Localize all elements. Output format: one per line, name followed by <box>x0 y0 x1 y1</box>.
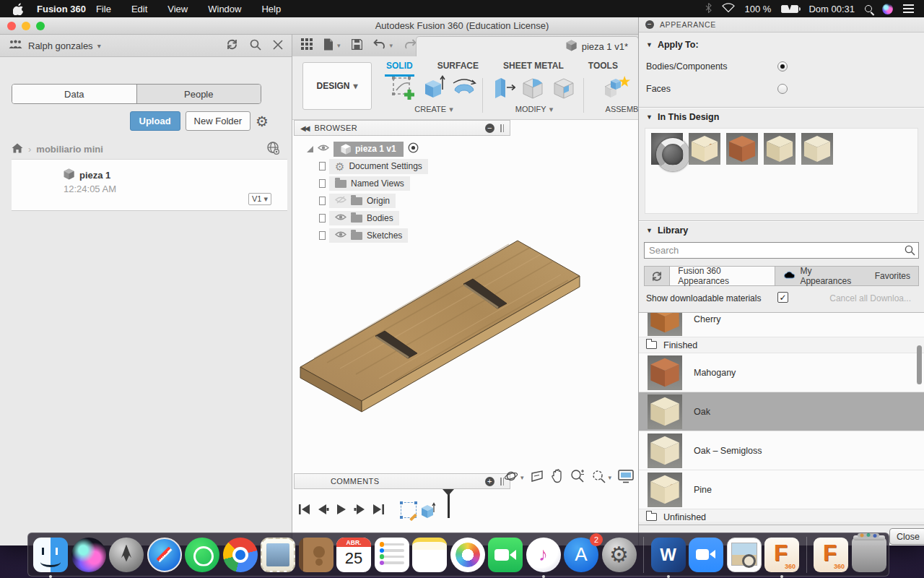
tree-row-named-views[interactable]: Named Views <box>294 175 510 192</box>
section-triangle-icon[interactable]: ▼ <box>646 41 653 48</box>
material-row-cherry[interactable]: Cherry <box>639 313 924 337</box>
assemble-new-component-button[interactable] <box>602 74 631 104</box>
swatch-oak[interactable] <box>764 133 796 165</box>
material-folder-unfinished[interactable]: Unfinished <box>639 509 924 522</box>
browser-drag-handle[interactable] <box>500 124 504 132</box>
dock-chrome-icon[interactable] <box>223 538 258 572</box>
swatch-maple[interactable] <box>801 133 833 165</box>
swatch-pine[interactable] <box>689 133 720 165</box>
visibility-eye-icon[interactable] <box>335 230 346 241</box>
tab-people[interactable]: People <box>136 85 261 103</box>
menu-view[interactable]: View <box>157 4 198 14</box>
visibility-hidden-eye-icon[interactable] <box>335 196 346 206</box>
undo-chevron-icon[interactable]: ▾ <box>390 42 393 49</box>
add-comment-icon[interactable]: + <box>485 477 494 486</box>
dock-word-icon[interactable]: W <box>651 538 686 572</box>
timeline-step-back-button[interactable] <box>317 504 329 518</box>
document-tab[interactable]: pieza 1 v1* <box>416 36 638 56</box>
dock-safari-icon[interactable] <box>147 538 182 572</box>
collapsed-triangle-icon[interactable] <box>320 197 325 204</box>
swatch-steel-torus[interactable] <box>651 133 683 165</box>
dock-finder-icon[interactable] <box>33 538 68 572</box>
library-refresh-icon[interactable] <box>645 267 670 285</box>
dock-whatsapp-icon[interactable] <box>185 538 219 572</box>
menu-help[interactable]: Help <box>251 4 291 14</box>
dock-fusion360-alt-icon[interactable]: F360 <box>814 538 848 572</box>
dock-trash-icon[interactable] <box>852 538 886 572</box>
timeline-sketch-feature[interactable] <box>401 502 417 518</box>
dock-launchpad-icon[interactable] <box>109 538 144 572</box>
modify-press-pull-button[interactable] <box>491 74 515 104</box>
create-extrude-button[interactable] <box>419 74 447 104</box>
menu-clock[interactable]: Dom 00:31 <box>808 4 855 14</box>
material-row-pine[interactable]: Pine <box>639 470 924 509</box>
dock-mail-icon[interactable] <box>261 538 295 572</box>
group-create-label[interactable]: CREATE <box>414 105 453 114</box>
dock-app-store-icon[interactable]: A2 <box>564 538 598 572</box>
menu-window[interactable]: Window <box>198 4 251 14</box>
activate-component-radio-icon[interactable] <box>408 142 419 155</box>
material-folder-finished[interactable]: Finished <box>639 337 924 353</box>
tab-data[interactable]: Data <box>12 85 136 103</box>
bluetooth-icon[interactable] <box>705 3 712 15</box>
zoom-window-chevron-icon[interactable]: ▾ <box>608 474 611 481</box>
zoom-icon[interactable] <box>570 469 585 486</box>
file-menu-chevron-icon[interactable]: ▾ <box>337 42 341 49</box>
create-sketch-button[interactable] <box>390 74 416 103</box>
dock-music-icon[interactable]: ♪ <box>526 538 561 572</box>
dock-zoom-icon[interactable] <box>689 538 723 572</box>
timeline-marker[interactable] <box>443 489 454 518</box>
design-item-card[interactable]: pieza 1 12:24:05 AM V1 <box>12 159 287 211</box>
timeline-go-to-start-button[interactable] <box>298 504 310 518</box>
version-dropdown[interactable]: V1 <box>248 193 271 205</box>
look-at-icon[interactable] <box>530 470 544 486</box>
tree-row-origin[interactable]: Origin <box>294 192 510 210</box>
expand-triangle-icon[interactable] <box>307 146 313 152</box>
home-icon[interactable] <box>12 143 23 155</box>
breadcrumb-project[interactable]: mobiliario mini <box>36 144 103 155</box>
dock-facetime-icon[interactable] <box>488 538 523 572</box>
new-folder-button[interactable]: New Folder <box>186 111 250 131</box>
section-triangle-icon[interactable]: ▼ <box>646 227 653 234</box>
menu-file[interactable]: File <box>86 4 121 14</box>
zoom-window-icon[interactable] <box>591 469 606 486</box>
web-view-globe-icon[interactable] <box>266 142 280 157</box>
material-row-mahogany[interactable]: Mahogany <box>639 353 924 392</box>
collapsed-triangle-icon[interactable] <box>320 180 325 187</box>
tab-fusion-appearances[interactable]: Fusion 360 Appearances <box>670 267 775 285</box>
collapsed-triangle-icon[interactable] <box>320 215 325 222</box>
cancel-all-downloads-link[interactable]: Cancel all Downloa... <box>829 293 911 303</box>
save-icon[interactable] <box>352 39 362 53</box>
modify-fillet-button[interactable] <box>519 74 546 104</box>
hub-chevron-down-icon[interactable]: ▾ <box>97 42 101 50</box>
browser-header[interactable]: ◀◀ BROWSER − <box>294 120 510 136</box>
dock-preview-icon[interactable] <box>727 538 762 572</box>
swatch-mahogany[interactable] <box>726 133 758 165</box>
visibility-eye-icon[interactable] <box>335 213 346 223</box>
collapse-browser-icon[interactable]: ◀◀ <box>300 124 308 132</box>
material-list-scrollbar[interactable] <box>917 345 922 384</box>
timeline-extrude-feature[interactable] <box>419 502 435 518</box>
menu-app-name[interactable]: Fusion 360 <box>37 4 86 14</box>
workspace-selector[interactable]: DESIGN <box>302 62 372 110</box>
tab-my-appearances[interactable]: My Appearances <box>775 267 866 285</box>
dock-calendar-icon[interactable]: ABR.25 <box>336 538 371 572</box>
dock-contacts-icon[interactable] <box>299 538 334 572</box>
material-row-oak-semigloss[interactable]: Oak – Semigloss <box>639 431 924 470</box>
orbit-chevron-icon[interactable]: ▾ <box>520 474 524 481</box>
tab-favorites[interactable]: Favorites <box>867 267 918 285</box>
dock-photos-icon[interactable] <box>450 538 485 572</box>
redo-icon[interactable] <box>404 39 417 52</box>
tree-row-bodies[interactable]: Bodies <box>294 210 510 227</box>
display-settings-icon[interactable] <box>618 470 634 486</box>
close-dialog-button[interactable]: Close <box>889 528 924 545</box>
timeline-play-button[interactable] <box>336 504 347 518</box>
dock-system-preferences-icon[interactable]: ⚙ <box>602 538 637 572</box>
dock-siri-icon[interactable] <box>71 538 106 572</box>
bodies-components-radio[interactable] <box>777 61 788 72</box>
apple-menu-icon[interactable] <box>13 3 24 15</box>
dock-fusion360-icon[interactable]: F360 <box>764 538 799 572</box>
search-icon[interactable] <box>250 39 261 53</box>
dock-reminders-icon[interactable] <box>375 538 409 572</box>
app-grid-icon[interactable] <box>301 38 313 53</box>
